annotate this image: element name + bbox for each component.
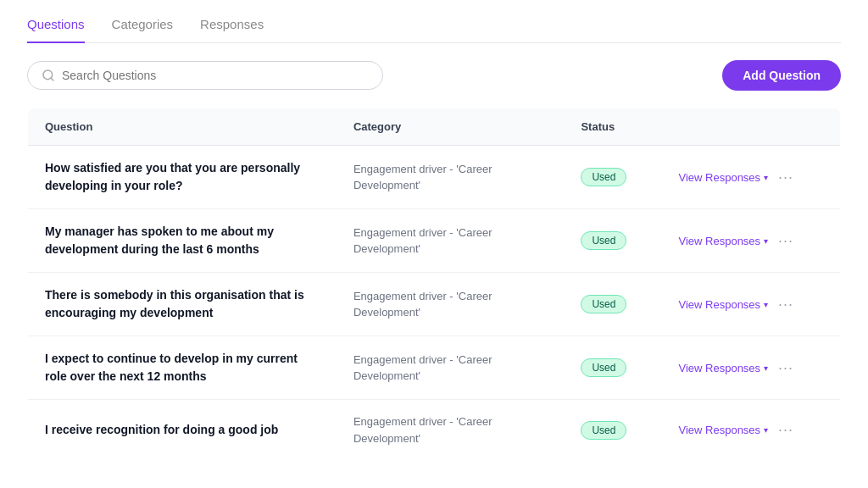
- view-responses-label: View Responses: [679, 298, 761, 311]
- column-header-status: Status: [564, 108, 661, 146]
- category-text: Engagement driver - 'Career Development': [353, 226, 492, 256]
- actions-cell: View Responses ▾ ···: [679, 296, 824, 313]
- table-header-row: Question Category Status: [28, 108, 841, 146]
- status-badge: Used: [581, 358, 626, 377]
- table-row: I receive recognition for doing a good j…: [28, 400, 841, 461]
- view-responses-button[interactable]: View Responses ▾: [679, 362, 769, 374]
- category-text: Engagement driver - 'Career Development': [353, 163, 492, 192]
- view-responses-button[interactable]: View Responses ▾: [679, 424, 769, 436]
- view-responses-label: View Responses: [679, 235, 761, 247]
- toolbar: Add Question: [27, 43, 841, 108]
- more-options-button[interactable]: ···: [775, 421, 797, 439]
- table-row: My manager has spoken to me about my dev…: [28, 209, 841, 273]
- more-options-button[interactable]: ···: [775, 296, 797, 313]
- tab-questions[interactable]: Questions: [27, 17, 85, 43]
- more-options-button[interactable]: ···: [775, 359, 797, 377]
- tabs-nav: Questions Categories Responses: [27, 0, 841, 43]
- status-badge: Used: [581, 231, 626, 250]
- category-text: Engagement driver - 'Career Development': [353, 353, 492, 383]
- table-row: How satisfied are you that you are perso…: [28, 146, 841, 209]
- column-header-category: Category: [337, 108, 565, 146]
- question-text: I expect to continue to develop in my cu…: [45, 352, 298, 383]
- actions-cell: View Responses ▾ ···: [679, 359, 824, 377]
- table-row: There is somebody in this organisation t…: [28, 273, 841, 336]
- chevron-down-icon: ▾: [764, 363, 768, 373]
- status-badge: Used: [581, 421, 626, 440]
- chevron-down-icon: ▾: [764, 425, 768, 435]
- view-responses-button[interactable]: View Responses ▾: [679, 171, 769, 184]
- chevron-down-icon: ▾: [764, 300, 768, 309]
- column-header-actions: [662, 108, 841, 146]
- add-question-button[interactable]: Add Question: [722, 60, 841, 91]
- search-input[interactable]: [62, 69, 369, 82]
- status-badge: Used: [581, 168, 626, 186]
- actions-cell: View Responses ▾ ···: [679, 421, 824, 439]
- chevron-down-icon: ▾: [764, 236, 768, 246]
- category-text: Engagement driver - 'Career Development': [353, 290, 492, 319]
- questions-table: Question Category Status How satisfied a…: [27, 108, 841, 461]
- view-responses-button[interactable]: View Responses ▾: [679, 235, 769, 247]
- tab-responses[interactable]: Responses: [200, 17, 264, 43]
- column-header-question: Question: [28, 108, 337, 146]
- search-container: [27, 61, 383, 90]
- search-icon: [42, 69, 55, 82]
- question-text: How satisfied are you that you are perso…: [45, 161, 300, 192]
- svg-line-1: [51, 78, 53, 80]
- view-responses-label: View Responses: [679, 362, 761, 374]
- actions-cell: View Responses ▾ ···: [679, 232, 824, 250]
- view-responses-label: View Responses: [679, 424, 761, 436]
- status-badge: Used: [581, 295, 626, 313]
- chevron-down-icon: ▾: [764, 173, 768, 182]
- actions-cell: View Responses ▾ ···: [679, 169, 824, 186]
- view-responses-button[interactable]: View Responses ▾: [679, 298, 769, 311]
- question-text: There is somebody in this organisation t…: [45, 288, 304, 319]
- table-row: I expect to continue to develop in my cu…: [28, 336, 841, 400]
- tab-categories[interactable]: Categories: [112, 17, 174, 43]
- question-text: I receive recognition for doing a good j…: [45, 423, 278, 436]
- more-options-button[interactable]: ···: [775, 169, 797, 186]
- category-text: Engagement driver - 'Career Development': [353, 415, 492, 445]
- more-options-button[interactable]: ···: [775, 232, 797, 250]
- view-responses-label: View Responses: [679, 171, 761, 184]
- page-wrapper: Questions Categories Responses Add Quest…: [0, 0, 868, 461]
- question-text: My manager has spoken to me about my dev…: [45, 225, 274, 256]
